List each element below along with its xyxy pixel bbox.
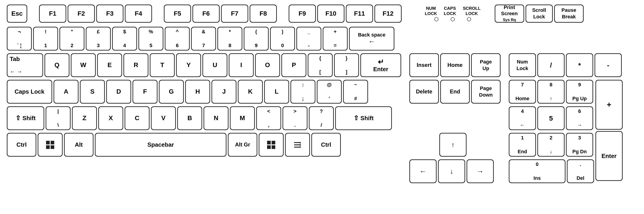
key-n[interactable]: N bbox=[204, 106, 228, 130]
num-6-key[interactable]: 6 → bbox=[566, 106, 593, 130]
key-j[interactable]: J bbox=[212, 80, 236, 104]
key-s[interactable]: S bbox=[80, 80, 105, 104]
f11-key[interactable]: F11 bbox=[346, 4, 373, 23]
shift-right-key[interactable]: ⇧ Shift bbox=[335, 106, 392, 130]
key-z[interactable]: Z bbox=[72, 106, 97, 130]
arrow-left-key[interactable]: ← bbox=[409, 159, 436, 183]
key-6[interactable]: ^ 6 bbox=[165, 27, 190, 50]
key-hash[interactable]: ~ # bbox=[343, 80, 368, 104]
ctrl-left-key[interactable]: Ctrl bbox=[7, 133, 36, 157]
key-0[interactable]: ) 0 bbox=[270, 27, 295, 50]
key-m[interactable]: M bbox=[230, 106, 255, 130]
num-4-key[interactable]: 4 ← bbox=[509, 106, 536, 130]
key-minus[interactable]: _ - bbox=[296, 27, 321, 50]
num-0-key[interactable]: 0 Ins bbox=[509, 159, 566, 183]
f3-key[interactable]: F3 bbox=[96, 4, 124, 23]
f10-key[interactable]: F10 bbox=[317, 4, 344, 23]
f9-key[interactable]: F9 bbox=[289, 4, 316, 23]
key-l[interactable]: L bbox=[264, 80, 289, 104]
key-b[interactable]: B bbox=[177, 106, 202, 130]
key-period[interactable]: > . bbox=[282, 106, 308, 130]
key-d[interactable]: D bbox=[106, 80, 131, 104]
f5-key[interactable]: F5 bbox=[164, 4, 191, 23]
f6-key[interactable]: F6 bbox=[192, 4, 220, 23]
num-7-key[interactable]: 7 Home bbox=[509, 80, 536, 104]
key-3[interactable]: £ 3 bbox=[86, 27, 111, 50]
key-w[interactable]: W bbox=[71, 53, 96, 77]
key-g[interactable]: G bbox=[159, 80, 184, 104]
arrow-up-key[interactable]: ↑ bbox=[439, 133, 466, 157]
key-slash[interactable]: ? / bbox=[309, 106, 334, 130]
alt-left-key[interactable]: Alt bbox=[64, 133, 94, 157]
key-backslash[interactable]: | \ bbox=[46, 106, 70, 130]
esc-key[interactable]: Esc bbox=[7, 4, 27, 23]
key-p[interactable]: P bbox=[282, 53, 306, 77]
print-screen-key[interactable]: PrintScreenSys Rq bbox=[495, 4, 524, 23]
menu-key[interactable] bbox=[285, 133, 310, 157]
delete-key[interactable]: Delete bbox=[409, 80, 439, 104]
f12-key[interactable]: F12 bbox=[374, 4, 402, 23]
enter-key[interactable]: ↵ Enter bbox=[360, 53, 401, 77]
f8-key[interactable]: F8 bbox=[250, 4, 277, 23]
home-key[interactable]: Home bbox=[440, 53, 470, 77]
num-slash-key[interactable]: / bbox=[537, 53, 564, 77]
alt-gr-key[interactable]: Alt Gr bbox=[228, 133, 257, 157]
page-down-key[interactable]: PageDown bbox=[471, 80, 500, 104]
num-2-key[interactable]: 2 ↓ bbox=[537, 133, 564, 157]
key-4[interactable]: $ 4 bbox=[112, 27, 137, 50]
page-up-key[interactable]: PageUp bbox=[471, 53, 500, 77]
key-semicolon[interactable]: : ; bbox=[290, 80, 316, 104]
num-8-key[interactable]: 8 ↑ bbox=[537, 80, 564, 104]
num-1-key[interactable]: 1 End bbox=[509, 133, 536, 157]
num-lock-key[interactable]: NumLock bbox=[509, 53, 536, 77]
key-t[interactable]: T bbox=[150, 53, 175, 77]
num-dot-key[interactable]: . Del bbox=[567, 159, 594, 183]
key-f[interactable]: F bbox=[132, 80, 158, 104]
key-v[interactable]: V bbox=[151, 106, 176, 130]
key-bracket-close[interactable]: } ] bbox=[334, 53, 359, 77]
num-plus-key[interactable]: + bbox=[596, 80, 623, 130]
key-comma[interactable]: < , bbox=[256, 106, 281, 130]
spacebar-key[interactable]: Spacebar bbox=[95, 133, 226, 157]
shift-left-key[interactable]: ⇧ Shift bbox=[7, 106, 44, 130]
key-h[interactable]: H bbox=[185, 80, 210, 104]
end-key[interactable]: End bbox=[440, 80, 470, 104]
num-enter-key[interactable]: Enter bbox=[596, 131, 623, 181]
num-asterisk-key[interactable]: * bbox=[566, 53, 593, 77]
key-quote[interactable]: @ ' bbox=[317, 80, 342, 104]
key-q[interactable]: Q bbox=[44, 53, 70, 77]
f1-key[interactable]: F1 bbox=[39, 4, 66, 23]
key-r[interactable]: R bbox=[124, 53, 148, 77]
f7-key[interactable]: F7 bbox=[221, 4, 248, 23]
num-3-key[interactable]: 3 Pg Dn bbox=[566, 133, 593, 157]
key-equals[interactable]: + = bbox=[323, 27, 348, 50]
win-left-key[interactable] bbox=[38, 133, 63, 157]
key-2[interactable]: " 2 bbox=[60, 27, 84, 50]
key-e[interactable]: E bbox=[97, 53, 122, 77]
key-k[interactable]: K bbox=[238, 80, 263, 104]
arrow-right-key[interactable]: → bbox=[466, 159, 494, 183]
backtick-key[interactable]: ¬ ` ¦ bbox=[7, 27, 32, 50]
key-y[interactable]: Y bbox=[176, 53, 201, 77]
scroll-lock-key[interactable]: ScrollLock bbox=[526, 4, 553, 23]
num-minus-key[interactable]: - bbox=[594, 53, 622, 77]
key-5[interactable]: % 5 bbox=[138, 27, 164, 50]
key-bracket-open[interactable]: { [ bbox=[308, 53, 333, 77]
tab-key[interactable]: Tab ← → bbox=[7, 53, 43, 77]
key-7[interactable]: & 7 bbox=[191, 27, 216, 50]
insert-key[interactable]: Insert bbox=[409, 53, 439, 77]
key-a[interactable]: A bbox=[54, 80, 78, 104]
key-c[interactable]: C bbox=[124, 106, 150, 130]
key-x[interactable]: X bbox=[98, 106, 123, 130]
key-i[interactable]: I bbox=[229, 53, 254, 77]
backspace-key[interactable]: Back space ← bbox=[349, 27, 394, 50]
arrow-down-key[interactable]: ↓ bbox=[438, 159, 465, 183]
key-o[interactable]: O bbox=[255, 53, 280, 77]
key-1[interactable]: ! 1 bbox=[33, 27, 58, 50]
f4-key[interactable]: F4 bbox=[125, 4, 152, 23]
num-5-key[interactable]: 5 bbox=[537, 106, 564, 130]
win-right-key[interactable] bbox=[259, 133, 284, 157]
f2-key[interactable]: F2 bbox=[68, 4, 95, 23]
ctrl-right-key[interactable]: Ctrl bbox=[311, 133, 341, 157]
num-9-key[interactable]: 9 Pg Up bbox=[566, 80, 593, 104]
